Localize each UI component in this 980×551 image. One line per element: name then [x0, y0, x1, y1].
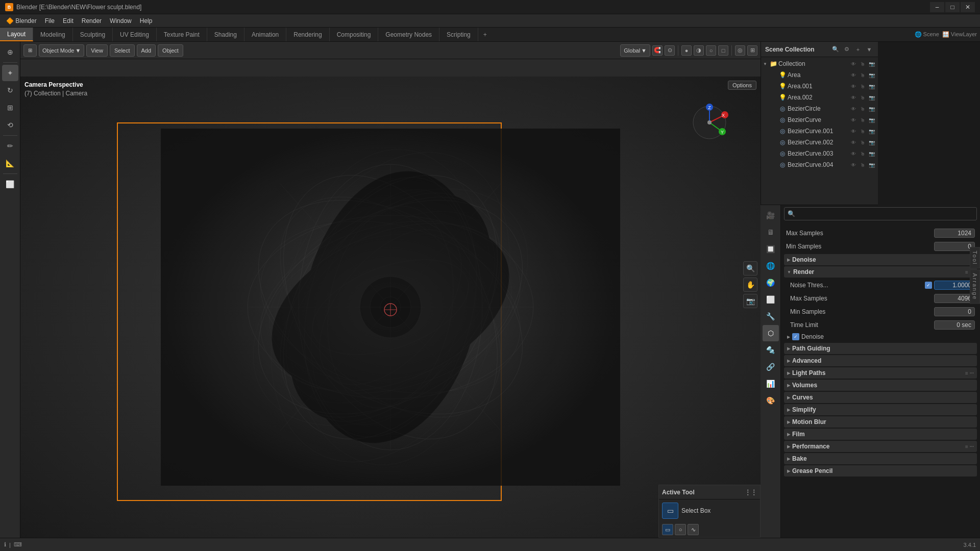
props-constraints-icon[interactable]: 🔗 [763, 359, 779, 375]
max-samples-value[interactable]: 1024 [934, 229, 975, 238]
tree-item-bezier-circle[interactable]: ◎ BezierCircle 👁 🖱 📷 [761, 103, 878, 114]
menu-blender[interactable]: 🔶 Blender [2, 16, 41, 26]
path-guiding-section[interactable]: Path Guiding [784, 343, 977, 354]
props-render-icon[interactable]: 🎥 [763, 207, 779, 223]
bake-section[interactable]: Bake [784, 453, 977, 464]
props-object-icon[interactable]: ⬜ [763, 291, 779, 308]
toolbar-transform-tool[interactable]: ⟲ [2, 117, 18, 133]
tree-restrict-btn-bezier-curve[interactable]: 🖱 [859, 116, 867, 124]
tree-render-btn-area[interactable]: 📷 [868, 71, 876, 79]
menu-file[interactable]: File [41, 16, 59, 26]
minimize-button[interactable]: – [930, 2, 944, 12]
denoise2-checkbox[interactable]: ✓ [792, 333, 799, 340]
tree-item-bezier-curve002[interactable]: ◎ BezierCurve.002 👁 🖱 📷 [761, 137, 878, 148]
render-min-samples-value[interactable]: 0 [934, 307, 975, 316]
nav-camera-icon[interactable]: 📷 [743, 294, 757, 308]
tree-item-area[interactable]: 💡 Area 👁 🖱 📷 [761, 69, 878, 81]
curves-section[interactable]: Curves [784, 392, 977, 403]
options-button[interactable]: Options [728, 81, 756, 90]
select-lasso-variant[interactable]: ∿ [688, 524, 699, 535]
tree-item-bezier-curve001[interactable]: ◎ BezierCurve.001 👁 🖱 📷 [761, 126, 878, 137]
props-particles-icon[interactable]: ⬡ [763, 325, 779, 341]
tree-view-btn-bezier-curve001[interactable]: 👁 [849, 127, 857, 135]
tree-hide-btn-area001[interactable]: 🖱 [859, 82, 867, 90]
tree-restrict-btn-bezier-curve003[interactable]: 🖱 [859, 149, 867, 158]
toolbar-measure-tool[interactable]: 📐 [2, 155, 18, 171]
tab-scripting[interactable]: Scripting [439, 28, 478, 41]
snap-button[interactable]: 🧲 [652, 45, 663, 56]
viewport-mode-dropdown[interactable]: Object Mode ▼ [39, 44, 84, 57]
nav-pan-icon[interactable]: ✋ [743, 278, 757, 292]
toolbar-scale-tool[interactable]: ⊞ [2, 99, 18, 116]
menu-help[interactable]: Help [136, 16, 157, 26]
tree-render-btn-area001[interactable]: 📷 [868, 82, 876, 90]
select-box-variant[interactable]: ▭ [662, 524, 673, 535]
tree-view-btn-area002[interactable]: 👁 [849, 93, 857, 102]
xray-toggle[interactable]: ⊞ [747, 45, 757, 56]
props-scene-icon[interactable]: 🌐 [763, 258, 779, 274]
toolbar-cursor-tool[interactable]: ⊕ [2, 44, 18, 60]
tree-view-btn-area[interactable]: 👁 [849, 71, 857, 79]
tree-render-btn-bezier-curve[interactable]: 📷 [868, 116, 876, 124]
grease-pencil-section[interactable]: Grease Pencil [784, 465, 977, 477]
scene-settings-btn[interactable]: ⚙ [842, 45, 851, 54]
noise-threshold-checkbox[interactable]: ✓ [925, 282, 932, 289]
performance-section[interactable]: Performance ≡ ··· [784, 441, 977, 452]
tree-view-btn-bezier-curve002[interactable]: 👁 [849, 138, 857, 146]
toolbar-annotate-tool[interactable]: ✏ [2, 138, 18, 154]
tree-item-area002[interactable]: 💡 Area.002 👁 🖱 📷 [761, 92, 878, 103]
viewlayer-selector[interactable]: 🪟 ViewLayer [942, 31, 977, 38]
tab-sculpting[interactable]: Sculpting [73, 28, 113, 41]
tree-item-bezier-curve003[interactable]: ◎ BezierCurve.003 👁 🖱 📷 [761, 148, 878, 159]
tool-side-label[interactable]: Tool [970, 247, 980, 268]
shading-material[interactable]: ◑ [694, 45, 704, 56]
tree-render-btn-collection[interactable]: 📷 [868, 60, 876, 68]
scene-filter-btn[interactable]: 🔍 [831, 45, 840, 54]
viewport-select-menu[interactable]: Select [110, 44, 135, 57]
performance-menu[interactable]: ≡ ··· [965, 444, 974, 449]
tree-render-btn-bezier-circle[interactable]: 📷 [868, 105, 876, 113]
denoise2-header[interactable]: ✓ Denoise [784, 332, 977, 342]
min-samples-value[interactable]: 0 [934, 242, 975, 251]
props-output-icon[interactable]: 🖥 [763, 224, 779, 240]
toolbar-add-cube[interactable]: ⬜ [2, 176, 18, 192]
tab-geometry-nodes[interactable]: Geometry Nodes [378, 28, 439, 41]
noise-threshold-value[interactable]: 1.0000 [934, 281, 975, 290]
menu-window[interactable]: Window [106, 16, 136, 26]
tree-render-btn-bezier-curve004[interactable]: 📷 [868, 161, 876, 169]
tree-view-btn-collection[interactable]: 👁 [849, 60, 857, 68]
select-box-tool-btn[interactable]: ▭ [662, 503, 678, 519]
viewport-view-menu[interactable]: View [86, 44, 108, 57]
tree-item-bezier-curve004[interactable]: ◎ BezierCurve.004 👁 🖱 📷 [761, 159, 878, 170]
props-world-icon[interactable]: 🌍 [763, 274, 779, 291]
tree-view-btn-bezier-curve004[interactable]: 👁 [849, 161, 857, 169]
nav-zoom-icon[interactable]: 🔍 [743, 261, 757, 276]
overlay-toggle[interactable]: ◎ [735, 45, 745, 56]
tab-uv-editing[interactable]: UV Editing [113, 28, 157, 41]
tree-render-btn-bezier-curve001[interactable]: 📷 [868, 127, 876, 135]
simplify-section[interactable]: Simplify [784, 404, 977, 415]
tab-texture-paint[interactable]: Texture Paint [157, 28, 207, 41]
tree-view-btn-area001[interactable]: 👁 [849, 82, 857, 90]
motion-blur-section[interactable]: Motion Blur [784, 416, 977, 428]
tab-rendering[interactable]: Rendering [286, 28, 329, 41]
render-max-samples-value[interactable]: 4096 [934, 294, 975, 303]
tree-view-btn-bezier-circle[interactable]: 👁 [849, 105, 857, 113]
tree-render-btn-bezier-curve003[interactable]: 📷 [868, 149, 876, 158]
tree-render-btn-area002[interactable]: 📷 [868, 93, 876, 102]
props-modifiers-icon[interactable]: 🔧 [763, 308, 779, 324]
transform-orientation-dropdown[interactable]: Global▼ [620, 44, 650, 57]
tab-modeling[interactable]: Modeling [33, 28, 73, 41]
viewport-3d[interactable]: ⊞ Object Mode ▼ View Select Add Object G… [20, 42, 761, 538]
tree-restrict-btn-bezier-curve002[interactable]: 🖱 [859, 138, 867, 146]
tree-restrict-btn-bezier-curve001[interactable]: 🖱 [859, 127, 867, 135]
maximize-button[interactable]: □ [945, 2, 960, 12]
tree-item-area001[interactable]: 💡 Area.001 👁 🖱 📷 [761, 81, 878, 92]
props-view-layer-icon[interactable]: 🔲 [763, 241, 779, 257]
tab-shading[interactable]: Shading [207, 28, 244, 41]
props-physics-icon[interactable]: 🔩 [763, 342, 779, 358]
menu-edit[interactable]: Edit [59, 16, 78, 26]
tree-hide-btn-collection[interactable]: 🖱 [859, 60, 867, 68]
props-data-icon[interactable]: 📊 [763, 375, 779, 392]
shading-wireframe[interactable]: □ [718, 45, 728, 56]
